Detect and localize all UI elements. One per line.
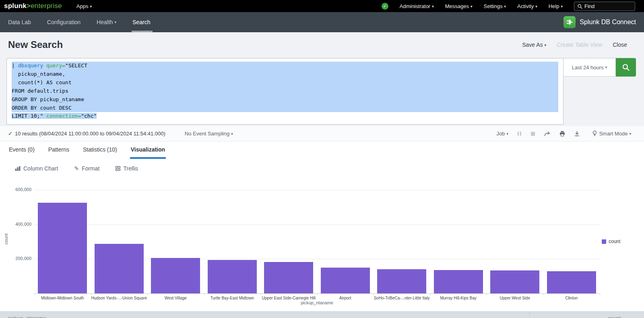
- trellis-button[interactable]: Trellis: [116, 165, 138, 172]
- export-button[interactable]: [574, 131, 580, 137]
- query-editor[interactable]: | dbxquery query="SELECT pickup_ntaname,…: [6, 58, 564, 125]
- share-icon: [544, 131, 551, 137]
- x-tick-mark: [34, 293, 35, 295]
- search-mode-dropdown[interactable]: Smart Mode▾: [592, 131, 631, 137]
- caret-down-icon: ▾: [545, 43, 547, 47]
- health-status-icon[interactable]: ✓: [382, 3, 388, 10]
- nav-item-search-label: Search: [132, 19, 150, 25]
- db-connect-app-icon[interactable]: [564, 16, 576, 28]
- settings-menu[interactable]: Settings▾: [484, 3, 506, 9]
- table-col-pickup-ntaname[interactable]: pickup_ntaname: [0, 311, 530, 318]
- caret-down-icon: ▾: [471, 4, 473, 8]
- nav-item-configuration[interactable]: Configuration: [47, 12, 80, 32]
- activity-menu-label: Activity: [517, 3, 534, 9]
- nav-item-search[interactable]: Search: [132, 12, 150, 32]
- tab-visualization[interactable]: Visualization: [130, 141, 166, 159]
- help-menu[interactable]: Help▾: [549, 3, 563, 9]
- find-input[interactable]: [584, 3, 629, 9]
- legend-swatch-count: [602, 239, 606, 244]
- x-tick-mark: [91, 293, 91, 295]
- page-title: New Search: [8, 39, 63, 50]
- query-line-4: GROUP BY pickup_ntaname: [12, 96, 558, 104]
- app-title: Splunk DB Connect: [580, 19, 636, 26]
- splunk-logo[interactable]: splunk>enterprise: [4, 2, 62, 10]
- job-menu[interactable]: Job▾: [496, 131, 508, 137]
- format-button[interactable]: ✎ Format: [74, 165, 99, 172]
- chart-bar-6[interactable]: [377, 269, 426, 293]
- x-category-label: Upper East Side-Carnegie Hill: [260, 296, 317, 300]
- legend-label-count: count: [609, 239, 620, 244]
- caret-down-icon: ▾: [629, 132, 631, 136]
- plug-icon: [566, 18, 574, 26]
- run-search-button[interactable]: [616, 58, 636, 77]
- results-check-icon: ✓: [8, 131, 12, 137]
- x-axis-title: pickup_ntaname: [34, 300, 600, 305]
- caret-down-icon: ▾: [561, 4, 563, 8]
- topbar-right-group: ✓ Administrator▾ Messages▾ Settings▾ Act…: [382, 2, 635, 11]
- time-range-label: Last 24 hours: [572, 64, 604, 71]
- page-header: New Search Save As▾ Create Table View Cl…: [0, 32, 644, 57]
- nav-item-data-lab[interactable]: Data Lab: [8, 12, 31, 32]
- share-button[interactable]: [544, 131, 551, 137]
- administrator-menu[interactable]: Administrator▾: [400, 3, 434, 9]
- pause-button[interactable]: [517, 131, 522, 136]
- stop-button[interactable]: [530, 131, 535, 136]
- tab-statistics[interactable]: Statistics (10): [82, 141, 118, 159]
- chart-legend[interactable]: count: [602, 239, 620, 244]
- chart-bar-4[interactable]: [264, 262, 313, 293]
- x-category-label: Hudson Yards-...-Union Square: [91, 296, 148, 300]
- event-sampling-dropdown[interactable]: No Event Sampling▾: [185, 131, 233, 137]
- table-col-count[interactable]: count: [530, 311, 644, 318]
- query-line-0: | dbxquery query="SELECT: [12, 62, 558, 70]
- chart-type-button[interactable]: Column Chart: [15, 165, 58, 172]
- apps-menu-label: Apps: [76, 3, 89, 9]
- chart-bar-0[interactable]: [38, 203, 87, 293]
- chart-bar-3[interactable]: [208, 260, 257, 293]
- print-button[interactable]: [559, 131, 566, 137]
- chart-bar-8[interactable]: [490, 270, 539, 293]
- messages-menu[interactable]: Messages▾: [445, 3, 473, 9]
- settings-menu-label: Settings: [484, 3, 503, 9]
- caret-down-icon: ▾: [231, 132, 233, 136]
- tab-events[interactable]: Events (0): [8, 141, 35, 159]
- x-tick-mark: [543, 293, 544, 295]
- query-line-1: pickup_ntaname,: [12, 70, 558, 79]
- check-icon: ✓: [383, 4, 387, 9]
- trellis-label: Trellis: [123, 165, 138, 172]
- splunk-logo-product: enterprise: [31, 2, 62, 10]
- chart-bar-7[interactable]: [434, 270, 483, 293]
- find-search-box[interactable]: [574, 2, 635, 11]
- x-category-label: Airport: [317, 296, 374, 300]
- nav-item-health[interactable]: Health▾: [97, 12, 116, 32]
- tab-patterns[interactable]: Patterns: [47, 141, 70, 159]
- x-category-label: Upper West Side: [487, 296, 543, 300]
- chart-bar-1[interactable]: [95, 244, 144, 293]
- chart-bar-5[interactable]: [321, 268, 370, 293]
- create-table-view-button[interactable]: Create Table View: [557, 42, 602, 48]
- print-icon: [559, 131, 566, 137]
- query-line-3: FROM default.trips: [12, 87, 558, 96]
- search-area: | dbxquery query="SELECT pickup_ntaname,…: [0, 57, 644, 126]
- x-category-label: SoHo-TriBeCa-...nter-Little Italy: [374, 296, 430, 300]
- y-tick-label: 600,000: [0, 187, 31, 192]
- search-icon: [577, 4, 582, 9]
- app-identity: Splunk DB Connect: [564, 16, 636, 28]
- x-tick-mark: [317, 293, 318, 295]
- time-range-picker[interactable]: Last 24 hours▾: [564, 58, 616, 77]
- chart-bar-2[interactable]: [151, 258, 200, 293]
- caret-down-icon: ▾: [115, 20, 117, 24]
- splunk-logo-brand: splunk: [4, 2, 27, 10]
- save-as-button[interactable]: Save As▾: [522, 42, 546, 48]
- download-icon: [574, 131, 580, 137]
- caret-down-icon: ▾: [605, 65, 607, 69]
- caret-down-icon: ▾: [90, 4, 92, 8]
- activity-menu[interactable]: Activity▾: [517, 3, 537, 9]
- y-tick-label: 200,000: [0, 256, 31, 261]
- viz-controls: Column Chart ✎ Format Trellis: [0, 159, 644, 178]
- x-category-label: Turtle Bay-East Midtown: [204, 296, 261, 300]
- apps-menu[interactable]: Apps▾: [76, 3, 92, 9]
- nav-item-data-lab-label: Data Lab: [8, 19, 31, 25]
- close-button[interactable]: Close: [613, 42, 627, 48]
- chart-bar-9[interactable]: [547, 271, 596, 293]
- event-sampling-label: No Event Sampling: [185, 131, 229, 137]
